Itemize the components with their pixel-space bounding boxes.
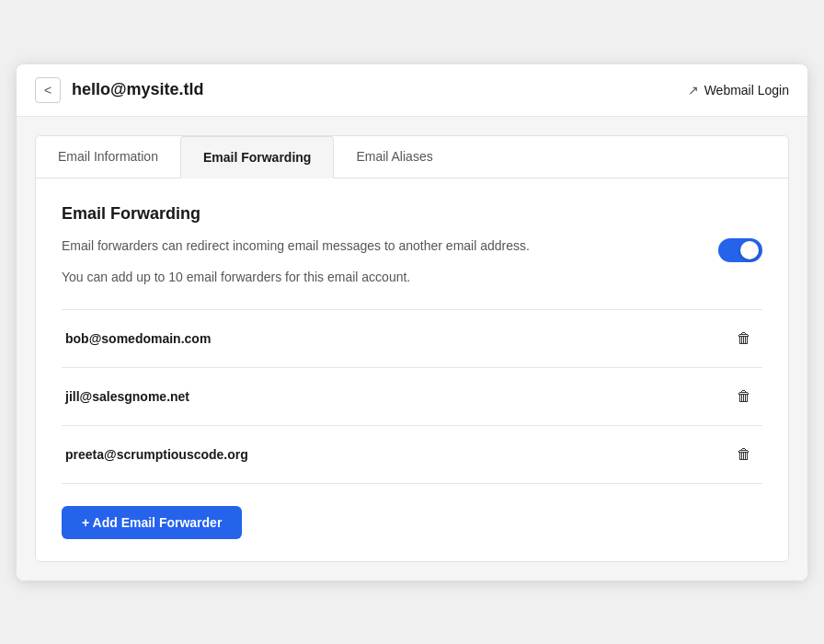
delete-forwarder-1-button[interactable]: 🗑 — [729, 385, 759, 408]
main-window: < hello@mysite.tld ↗ Webmail Login Email… — [17, 64, 807, 581]
external-link-icon: ↗ — [688, 83, 699, 98]
section-title: Email Forwarding — [62, 204, 762, 224]
toggle-slider — [718, 238, 762, 262]
forwarder-item: jill@salesgnome.net 🗑 — [62, 368, 762, 426]
card-body: Email Forwarding Email forwarders can re… — [36, 178, 788, 561]
sub-description: You can add up to 10 email forwarders fo… — [62, 268, 762, 287]
tab-email-forwarding[interactable]: Email Forwarding — [180, 136, 334, 178]
trash-icon-2: 🗑 — [737, 446, 751, 463]
content-area: Email Information Email Forwarding Email… — [17, 117, 807, 581]
tab-bar: Email Information Email Forwarding Email… — [36, 136, 788, 178]
back-button[interactable]: < — [35, 77, 61, 103]
trash-icon-1: 🗑 — [737, 388, 751, 405]
forwarder-email: jill@salesgnome.net — [65, 389, 189, 404]
forwarding-description: Email forwarders can redirect incoming e… — [62, 236, 704, 256]
card: Email Information Email Forwarding Email… — [35, 135, 789, 562]
trash-icon-0: 🗑 — [737, 330, 751, 347]
delete-forwarder-2-button[interactable]: 🗑 — [729, 443, 759, 466]
tab-email-information[interactable]: Email Information — [36, 136, 180, 178]
forwarder-email: preeta@scrumptiouscode.org — [65, 447, 248, 462]
header: < hello@mysite.tld ↗ Webmail Login — [17, 64, 807, 117]
webmail-login-label: Webmail Login — [704, 83, 789, 98]
header-left: < hello@mysite.tld — [35, 77, 204, 103]
delete-forwarder-0-button[interactable]: 🗑 — [729, 327, 759, 351]
toggle-row: Email forwarders can redirect incoming e… — [62, 236, 762, 262]
forwarder-email: bob@somedomain.com — [65, 331, 211, 346]
forwarding-toggle[interactable] — [718, 238, 762, 262]
webmail-login-link[interactable]: ↗ Webmail Login — [688, 83, 789, 98]
add-forwarder-button[interactable]: + Add Email Forwarder — [62, 506, 242, 539]
tab-email-aliases[interactable]: Email Aliases — [334, 136, 454, 178]
forwarder-list: bob@somedomain.com 🗑 jill@salesgnome.net… — [62, 309, 762, 484]
forwarder-item: preeta@scrumptiouscode.org 🗑 — [62, 426, 762, 484]
forwarder-item: bob@somedomain.com 🗑 — [62, 310, 762, 368]
page-title: hello@mysite.tld — [72, 80, 204, 99]
